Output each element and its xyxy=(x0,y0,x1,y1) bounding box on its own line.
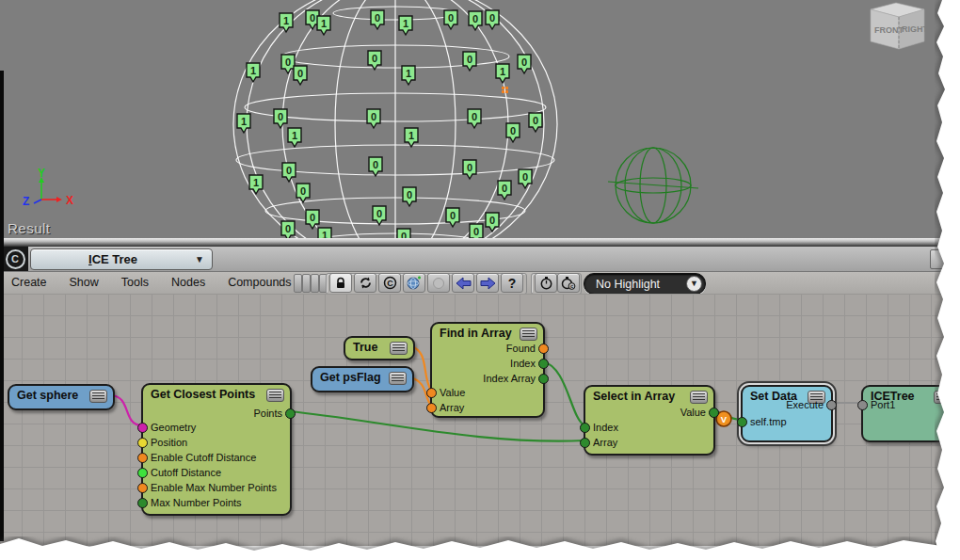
input-port-dot[interactable] xyxy=(137,483,148,493)
point-value-tag: 0 xyxy=(463,160,476,179)
node-menu-icon[interactable] xyxy=(266,389,284,402)
timer-icon xyxy=(539,276,553,290)
input-port-dot[interactable] xyxy=(137,468,148,478)
toolbar-slat[interactable] xyxy=(294,274,302,293)
point-value-tag: 0 xyxy=(274,109,287,128)
node-select-in-array[interactable]: Select in ArrayValueIndexArray xyxy=(584,385,715,456)
node-title: Get psFlag xyxy=(320,371,381,384)
node-get-sphere[interactable]: Get sphere xyxy=(8,384,115,410)
window-left-edge xyxy=(0,71,4,541)
svg-text:1: 1 xyxy=(406,68,411,79)
toolbar-slat[interactable] xyxy=(311,274,319,293)
svg-text:0: 0 xyxy=(522,171,528,183)
ice-window-top-edge[interactable] xyxy=(0,238,960,247)
input-port-dot[interactable] xyxy=(137,498,148,508)
3d-viewport[interactable]: 1010100010001010101010001000000000100000… xyxy=(0,0,960,241)
arrow-right-icon xyxy=(480,277,496,290)
sphere-disabled-button[interactable] xyxy=(427,273,450,293)
point-value-tag: 0 xyxy=(469,11,482,30)
highlight-mode-dropdown[interactable]: No Highlight ▼ xyxy=(584,273,706,295)
svg-text:1: 1 xyxy=(250,65,256,76)
output-port-dot[interactable] xyxy=(538,374,549,384)
port-cutoff-distance: Cutoff Distance xyxy=(151,468,221,478)
timer-c-icon: c xyxy=(561,276,576,290)
input-port-dot[interactable] xyxy=(137,438,148,448)
svg-text:X: X xyxy=(66,194,73,207)
node-title: Select in Array xyxy=(593,390,675,403)
input-port-dot[interactable] xyxy=(580,423,590,433)
svg-text:0: 0 xyxy=(473,226,479,237)
port-position: Position xyxy=(151,438,187,448)
port-points: Points xyxy=(253,408,282,419)
output-port-dot[interactable] xyxy=(538,344,549,354)
port-geometry: Geometry xyxy=(151,423,196,433)
node-get-psflag[interactable]: Get psFlag xyxy=(311,366,414,392)
svg-text:0: 0 xyxy=(285,223,291,234)
timer-button[interactable] xyxy=(535,273,557,293)
result-label: Result xyxy=(8,220,51,236)
output-port-dot[interactable] xyxy=(826,400,837,410)
output-port-dot[interactable] xyxy=(285,408,296,419)
help-button[interactable]: ? xyxy=(501,273,523,293)
output-port-dot[interactable] xyxy=(538,359,549,369)
svg-text:0: 0 xyxy=(297,68,303,79)
globe-button[interactable] xyxy=(403,273,425,293)
input-port-dot[interactable] xyxy=(857,400,868,410)
point-value-tag: 0 xyxy=(518,55,531,73)
node-get-closest-points[interactable]: Get Closest PointsPointsGeometryPosition… xyxy=(141,383,292,516)
node-menu-icon[interactable] xyxy=(89,390,107,403)
output-port-dot[interactable] xyxy=(709,408,719,418)
ice-window-header: C ICE Tree ▼ xyxy=(0,247,960,272)
node-menu-icon[interactable] xyxy=(390,342,408,355)
view-selector-dropdown[interactable]: ICE Tree ▼ xyxy=(30,248,213,270)
svg-text:0: 0 xyxy=(373,159,378,170)
svg-text:0: 0 xyxy=(371,111,376,122)
node-menu-icon[interactable] xyxy=(934,391,952,404)
refresh-button[interactable] xyxy=(354,273,376,293)
input-port-dot[interactable] xyxy=(137,423,148,433)
svg-text:0: 0 xyxy=(372,53,377,64)
node-icetree[interactable]: ICETreePort1 xyxy=(861,385,959,442)
wireframe-sphere: 1010100010001010101010001000000000100000… xyxy=(0,0,960,241)
node-menu-icon[interactable] xyxy=(520,328,537,341)
port-enable-max-number-points: Enable Max Number Points xyxy=(151,483,277,493)
copyright-button[interactable]: C xyxy=(378,273,401,293)
input-port-dot[interactable] xyxy=(137,453,148,463)
point-value-tag: 1 xyxy=(280,13,293,32)
menubar: CreateShowToolsNodesCompoundsUser Tools … xyxy=(0,272,960,295)
node-set-data[interactable]: Set DataExecuteself.tmp xyxy=(741,385,833,442)
menu-compounds[interactable]: Compounds xyxy=(216,272,302,289)
menu-create[interactable]: Create xyxy=(0,272,58,289)
svg-text:1: 1 xyxy=(403,18,408,29)
arrow-left-button[interactable] xyxy=(452,273,474,293)
svg-text:1: 1 xyxy=(321,18,327,29)
svg-text:0: 0 xyxy=(407,189,412,200)
arrow-left-icon xyxy=(456,277,472,290)
svg-text:0: 0 xyxy=(467,162,472,173)
menu-show[interactable]: Show xyxy=(58,272,110,289)
point-value-tag: 1 xyxy=(249,175,263,194)
menu-nodes[interactable]: Nodes xyxy=(160,272,216,289)
node-menu-icon[interactable] xyxy=(690,391,708,404)
partial-header-button[interactable] xyxy=(930,249,947,269)
node-menu-icon[interactable] xyxy=(389,372,407,385)
timer-c-button[interactable]: c xyxy=(557,273,580,293)
node-find-in-array[interactable]: Find in ArrayFoundIndexIndex ArrayValueA… xyxy=(430,322,545,418)
port-port1: Port1 xyxy=(871,400,895,410)
input-port-dot[interactable] xyxy=(737,417,747,427)
port-index: Index xyxy=(593,423,618,433)
copyright-icon: C xyxy=(383,276,397,290)
port-value: Value xyxy=(680,408,706,418)
lock-button[interactable] xyxy=(329,273,352,293)
point-value-tag: 0 xyxy=(444,10,457,29)
input-port-dot[interactable] xyxy=(426,403,437,413)
node-true[interactable]: True xyxy=(344,336,415,360)
arrow-right-button[interactable] xyxy=(476,273,499,293)
svg-text:0: 0 xyxy=(300,185,306,197)
toolbar-slat[interactable] xyxy=(302,274,311,293)
svg-text:1: 1 xyxy=(500,66,505,77)
input-port-dot[interactable] xyxy=(580,438,590,448)
view-cube[interactable]: FRONTRIGHT xyxy=(871,3,929,49)
input-port-dot[interactable] xyxy=(426,388,437,398)
menu-tools[interactable]: Tools xyxy=(110,272,160,289)
